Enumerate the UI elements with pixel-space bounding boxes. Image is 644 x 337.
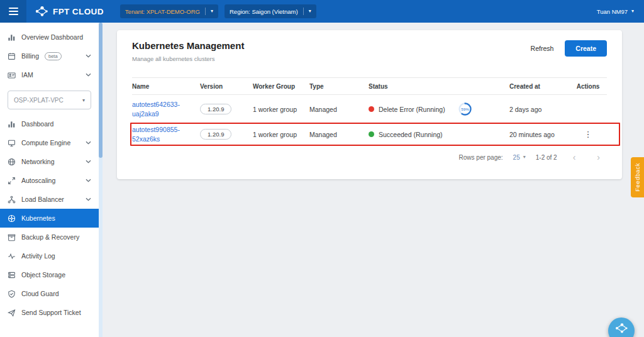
status-dot xyxy=(369,131,374,137)
fpt-cloud-logo-icon xyxy=(35,6,48,17)
bar-chart-icon xyxy=(8,33,16,41)
sidebar-item-label: Cloud Guard xyxy=(21,290,59,297)
server-stack-icon xyxy=(8,271,16,279)
sidebar: Overview Dashboard Billing beta IAM OSP-… xyxy=(0,23,99,337)
brand-logo: FPT CLOUD xyxy=(35,6,104,17)
progress-percent: 59% xyxy=(461,107,469,111)
sidebar-item-label: Dashboard xyxy=(21,120,53,128)
type-cell: Managed xyxy=(309,106,369,113)
vpc-select[interactable]: OSP-XPLAT-VPC ▾ xyxy=(8,91,91,109)
chevron-down-icon xyxy=(86,141,91,145)
cluster-name-link[interactable]: autotest642633-uaj2aka9 xyxy=(132,101,180,117)
chevron-down-icon: ▾ xyxy=(309,9,311,14)
progress-ring: 59% xyxy=(458,102,472,116)
status-text: Succeeded (Running) xyxy=(379,131,443,138)
sidebar-item-label: Networking xyxy=(21,158,55,165)
sidebar-item-overview-dashboard[interactable]: Overview Dashboard xyxy=(0,28,99,47)
menu-icon[interactable] xyxy=(0,0,26,23)
feedback-tab[interactable]: Feedback xyxy=(631,157,644,197)
rows-per-page-select[interactable]: 25 ▾ xyxy=(513,154,526,161)
chevron-down-icon xyxy=(86,160,91,163)
chevron-down-icon: ▾ xyxy=(82,97,85,103)
sidebar-item-label: IAM xyxy=(21,71,33,79)
sidebar-item-load-balancer[interactable]: Load Balancer xyxy=(0,190,99,209)
table-row: autotest642633-uaj2aka9 1.20.9 1 worker … xyxy=(132,95,607,124)
sidebar-item-dashboard[interactable]: Dashboard xyxy=(0,114,99,133)
column-header-status: Status xyxy=(369,83,509,90)
globe-icon xyxy=(8,158,16,166)
brand-text: FPT CLOUD xyxy=(53,7,104,16)
sidebar-item-object-storage[interactable]: Object Storage xyxy=(0,265,99,284)
chevron-down-icon xyxy=(86,73,91,77)
sidebar-item-cloud-guard[interactable]: Cloud Guard xyxy=(0,284,99,303)
sidebar-item-networking[interactable]: Networking xyxy=(0,152,99,171)
tenant-label: Tenant: XPLAT-DEMO-ORG xyxy=(125,8,200,15)
pagination: Rows per page: 25 ▾ 1-2 of 2 ‹ › xyxy=(132,153,607,162)
chevron-down-icon: ▾ xyxy=(523,155,526,160)
sidebar-item-label: Compute Engine xyxy=(21,139,70,146)
status-text: Delete Error (Running) xyxy=(379,106,445,113)
id-card-icon xyxy=(8,71,16,79)
column-header-created-at: Created at xyxy=(509,83,569,90)
monitor-icon xyxy=(8,139,16,147)
card-header: Kubernetes Management Manage all kuberne… xyxy=(132,40,607,62)
cluster-name-link[interactable]: autotest990855-52xaz6ks xyxy=(132,126,180,142)
version-chip: 1.20.9 xyxy=(200,129,231,140)
sidebar-item-backup-recovery[interactable]: Backup & Recovery xyxy=(0,228,99,246)
chevron-down-icon: ▾ xyxy=(211,9,213,14)
tenant-select[interactable]: Tenant: XPLAT-DEMO-ORG ▾ xyxy=(120,4,218,18)
sidebar-item-label: Billing xyxy=(21,52,39,60)
sidebar-item-compute-engine[interactable]: Compute Engine xyxy=(0,133,99,152)
expand-arrows-icon xyxy=(8,177,16,185)
column-header-type: Type xyxy=(309,83,369,90)
column-header-actions: Actions xyxy=(569,83,607,90)
sidebar-item-billing[interactable]: Billing beta xyxy=(0,47,99,65)
shield-check-icon xyxy=(8,290,16,298)
kubernetes-wheel-icon xyxy=(8,214,16,223)
sidebar-item-kubernetes[interactable]: Kubernetes xyxy=(0,209,99,228)
sidebar-scrollbar[interactable] xyxy=(99,23,103,337)
sidebar-item-iam[interactable]: IAM xyxy=(0,65,99,84)
column-header-worker-group: Worker Group xyxy=(253,83,309,90)
pagination-range: 1-2 of 2 xyxy=(536,154,557,161)
sidebar-item-autoscaling[interactable]: Autoscaling xyxy=(0,171,99,190)
column-header-name: Name xyxy=(132,83,200,90)
previous-page-button[interactable]: ‹ xyxy=(567,153,582,162)
sidebar-item-label: Kubernetes xyxy=(21,214,55,222)
refresh-button[interactable]: Refresh xyxy=(527,41,558,56)
sidebar-item-label: Autoscaling xyxy=(21,177,55,184)
chevron-down-icon: ▾ xyxy=(631,9,634,14)
sidebar-item-send-support-ticket[interactable]: Send Support Ticket xyxy=(0,303,99,322)
version-chip: 1.20.9 xyxy=(200,104,231,114)
region-select[interactable]: Region: Saigon (Vietnam) ▾ xyxy=(225,4,316,18)
hub-icon xyxy=(8,196,16,204)
kubernetes-management-card: Kubernetes Management Manage all kuberne… xyxy=(117,30,622,179)
status-dot xyxy=(369,106,374,112)
user-name: Tuan NM97 xyxy=(597,8,628,15)
divider xyxy=(303,8,304,15)
sidebar-item-activity-log[interactable]: Activity Log xyxy=(0,246,99,265)
table-header-row: Name Version Worker Group Type Status Cr… xyxy=(132,77,607,95)
type-cell: Managed xyxy=(309,131,369,138)
feedback-label: Feedback xyxy=(634,163,641,192)
page-subtitle: Manage all kubernetes clusters xyxy=(132,55,244,62)
row-actions-menu-icon[interactable]: ⋮ xyxy=(584,130,592,139)
divider xyxy=(205,8,206,15)
create-button[interactable]: Create xyxy=(565,40,607,57)
rows-per-page-label: Rows per page: xyxy=(459,154,503,161)
paper-plane-icon xyxy=(8,309,16,317)
worker-group-cell: 1 worker group xyxy=(253,106,309,113)
table-row: autotest990855-52xaz6ks 1.20.9 1 worker … xyxy=(132,124,607,145)
next-page-button[interactable]: › xyxy=(591,153,606,162)
sidebar-item-label: Activity Log xyxy=(21,252,55,260)
calendar-icon xyxy=(8,52,16,60)
vpc-select-value: OSP-XPLAT-VPC xyxy=(14,97,64,104)
beta-badge: beta xyxy=(45,52,62,60)
archive-box-icon xyxy=(8,233,16,241)
user-menu[interactable]: Tuan NM97 ▾ xyxy=(597,8,634,15)
pulse-icon xyxy=(8,252,16,260)
scrollbar-thumb[interactable] xyxy=(99,23,103,158)
worker-group-cell: 1 worker group xyxy=(253,131,309,138)
sidebar-item-label: Send Support Ticket xyxy=(21,309,81,316)
network-nodes-icon xyxy=(614,322,628,334)
